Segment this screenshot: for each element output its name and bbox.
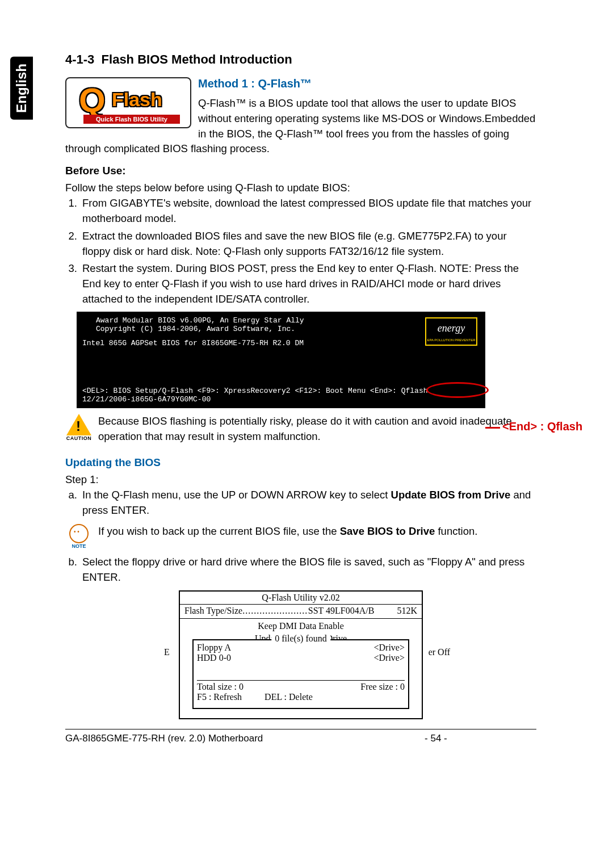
step-a-pre: In the Q-Flash menu, use the UP or DOWN … — [82, 489, 391, 501]
util-hdd-row: HDD 0-0 <Drive> — [197, 653, 405, 663]
util-keys-row: F5 : Refresh DEL : Delete — [197, 692, 405, 702]
util-size-row: Total size : 0 Free size : 0 — [197, 682, 405, 692]
logo-bar: Quick Flash BIOS Utility — [83, 115, 180, 124]
before-lead: Follow the steps below before using Q-Fl… — [65, 181, 536, 196]
logo-flash: Flash — [112, 89, 162, 111]
step-a-bold: Update BIOS from Drive — [391, 489, 511, 501]
util-f5: F5 : Refresh — [197, 692, 242, 702]
bios-bottom: <DEL>: BIOS Setup/Q-Flash <F9>: XpressRe… — [82, 387, 480, 404]
util-flash-type-row: Flash Type/Size ........................… — [180, 605, 422, 617]
updating-step-b: Select the floppy drive or hard drive wh… — [80, 555, 536, 585]
bios-line2: Copyright (C) 1984-2006, Award Software,… — [96, 325, 480, 333]
util-floppy-drive: <Drive> — [374, 643, 405, 653]
bios-post-screenshot: Award Modular BIOS v6.00PG, An Energy St… — [77, 312, 485, 408]
updating-steps: In the Q-Flash menu, use the UP or DOWN … — [80, 488, 536, 518]
note-text: If you wish to back up the current BIOS … — [98, 524, 477, 539]
footer-model: GA-8I865GME-775-RH (rev. 2.0) Motherboar… — [65, 733, 263, 744]
end-qflash-callout: <End> : Qflash — [502, 420, 582, 433]
util-flash-type-value: SST 49LF004A/B — [308, 606, 375, 616]
util-title: Q-Flash Utility v2.02 — [180, 592, 422, 605]
note-label: NOTE — [65, 543, 93, 549]
util-floppy: Floppy A — [197, 643, 265, 653]
caution-icon: CAUTION — [65, 414, 93, 441]
util-inner-box: 0 file(s) found Floppy A <Drive> HDD 0-0… — [192, 639, 409, 709]
util-dots: ................................ — [242, 606, 308, 616]
energy-sub: EPA POLLUTION PREVENTER — [426, 338, 476, 342]
util-hdd: HDD 0-0 — [197, 653, 265, 663]
util-total: Total size : 0 — [197, 682, 243, 692]
section-heading: Flash BIOS Method Introduction — [102, 52, 292, 66]
util-files-found: 0 file(s) found — [271, 634, 330, 644]
note-face-icon — [69, 524, 89, 543]
before-use-heading: Before Use: — [65, 165, 536, 177]
note-block: NOTE If you wish to back up the current … — [65, 524, 536, 549]
callout-circle — [426, 382, 489, 398]
util-inner-wrap: E er Off 0 file(s) found Floppy A <Drive… — [180, 645, 422, 715]
util-right-marker: er Off — [429, 647, 450, 657]
updating-steps-b: Select the floppy drive or hard drive wh… — [80, 555, 536, 585]
util-divider — [180, 618, 422, 619]
page-content: 4-1-3 Flash BIOS Method Introduction Q F… — [65, 52, 536, 719]
qflash-utility-box: Q-Flash Utility v2.02 Flash Type/Size ..… — [179, 590, 423, 719]
before-steps: From GIGABYTE's website, download the la… — [80, 196, 536, 307]
caution-block: CAUTION Because BIOS flashing is potenti… — [65, 414, 536, 445]
bios-date-line: 12/21/2006-i865G-6A79YG0MC-00 — [82, 395, 480, 404]
warning-triangle-icon — [66, 414, 91, 435]
logo-q: Q — [79, 81, 106, 120]
util-floppy-row: Floppy A <Drive> — [197, 643, 405, 653]
note-icon: NOTE — [65, 524, 93, 549]
before-step-3: Restart the system. During BIOS POST, pr… — [80, 261, 536, 307]
page-footer: GA-8I865GME-775-RH (rev. 2.0) Motherboar… — [65, 729, 536, 744]
caution-text: Because BIOS flashing is potentially ris… — [98, 414, 536, 445]
language-tab: English — [10, 57, 33, 120]
updating-step-a: In the Q-Flash menu, use the UP or DOWN … — [80, 488, 536, 518]
before-step-2: Extract the downloaded BIOS files and sa… — [80, 229, 536, 259]
util-del: DEL : Delete — [264, 692, 313, 702]
note-bold: Save BIOS to Drive — [340, 525, 435, 537]
section-number: 4-1-3 — [65, 52, 94, 66]
step1-label: Step 1: — [65, 472, 536, 488]
util-hdd-drive: <Drive> — [374, 653, 405, 663]
energy-star-logo: energy EPA POLLUTION PREVENTER — [425, 317, 477, 346]
updating-heading: Updating the BIOS — [65, 456, 536, 469]
util-left-marker: E — [164, 647, 170, 657]
util-dmi: Keep DMI Data Enable — [180, 620, 422, 632]
energy-text: energy — [438, 322, 465, 334]
bios-line3: Intel 865G AGPSet BIOS for 8I865GME-775-… — [82, 339, 480, 347]
util-flash-size: 512K — [374, 606, 417, 616]
footer-page: - 54 - — [425, 733, 447, 744]
bios-keys-line: <DEL>: BIOS Setup/Q-Flash <F9>: XpressRe… — [82, 387, 480, 395]
util-inner-divider — [197, 680, 405, 681]
note-pre: If you wish to back up the current BIOS … — [98, 525, 340, 537]
util-flash-type-label: Flash Type/Size — [184, 606, 242, 616]
note-post: function. — [435, 525, 477, 537]
caution-label: CAUTION — [65, 435, 93, 441]
section-title: 4-1-3 Flash BIOS Method Introduction — [65, 52, 536, 67]
before-step-1: From GIGABYTE's website, download the la… — [80, 196, 536, 227]
bios-line1: Award Modular BIOS v6.00PG, An Energy St… — [96, 316, 480, 325]
qflash-logo: Q Flash Quick Flash BIOS Utility — [65, 77, 191, 128]
util-free: Free size : 0 — [360, 682, 405, 692]
